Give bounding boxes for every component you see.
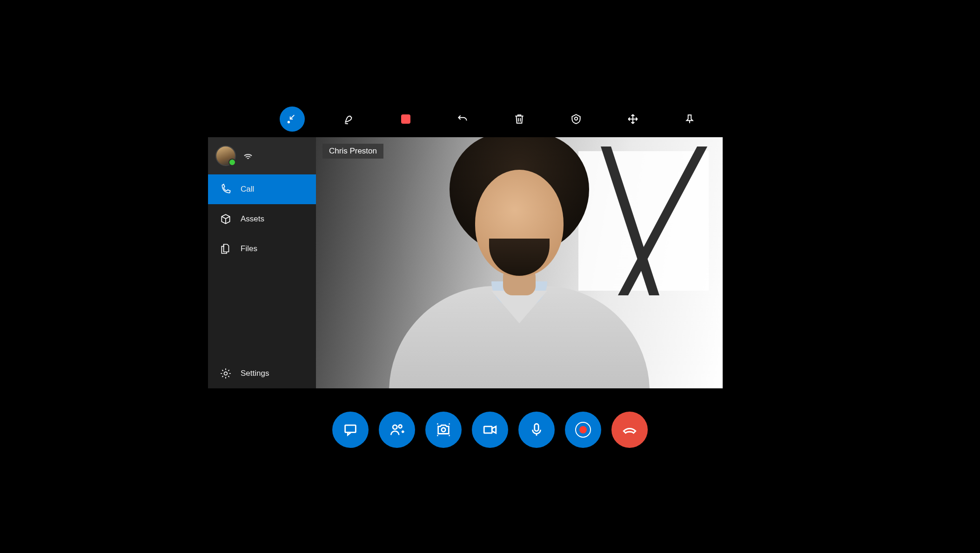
undo-icon xyxy=(456,113,469,125)
sidebar-item-files[interactable]: Files xyxy=(208,234,316,264)
participant-figure xyxy=(398,165,640,388)
ink-icon xyxy=(343,113,355,125)
record-button[interactable] xyxy=(565,412,601,448)
delete-button[interactable] xyxy=(507,107,532,132)
add-people-icon xyxy=(389,422,405,438)
sidebar-item-label: Call xyxy=(241,185,254,194)
record-icon xyxy=(575,422,591,438)
svg-rect-3 xyxy=(345,425,356,433)
gear-icon xyxy=(219,367,232,380)
hangup-icon xyxy=(622,422,638,438)
trash-icon xyxy=(513,113,525,125)
video-icon xyxy=(482,422,498,438)
sidebar-item-call[interactable]: Call xyxy=(208,174,316,204)
location-button[interactable] xyxy=(564,107,589,132)
svg-point-6 xyxy=(442,428,446,432)
files-icon xyxy=(219,242,232,255)
participant-name-tag: Chris Preston xyxy=(322,144,383,159)
chat-button[interactable] xyxy=(332,412,369,448)
svg-point-2 xyxy=(224,372,228,375)
sidebar-item-label: Settings xyxy=(241,369,269,378)
collapse-button[interactable] xyxy=(280,107,305,132)
svg-point-1 xyxy=(575,117,578,120)
stop-icon xyxy=(401,114,410,124)
svg-point-0 xyxy=(288,121,289,123)
sidebar-item-label: Files xyxy=(241,244,257,253)
undo-button[interactable] xyxy=(450,107,475,132)
move-icon xyxy=(627,113,639,125)
hangup-button[interactable] xyxy=(611,412,648,448)
snapshot-button[interactable] xyxy=(425,412,462,448)
pin-icon xyxy=(684,113,696,125)
svg-point-4 xyxy=(393,425,397,429)
sidebar-item-label: Assets xyxy=(241,214,264,224)
app-stage: Call Assets Files Settings xyxy=(163,92,817,461)
package-icon xyxy=(219,213,232,226)
mic-icon xyxy=(529,422,544,438)
stop-button[interactable] xyxy=(393,107,418,132)
mic-button[interactable] xyxy=(518,412,555,448)
ink-button[interactable] xyxy=(336,107,362,132)
svg-rect-8 xyxy=(535,424,539,431)
annotation-toolbar xyxy=(280,107,733,132)
main-panel: Call Assets Files Settings xyxy=(208,137,723,388)
pin-button[interactable] xyxy=(677,107,702,132)
collapse-icon xyxy=(286,113,298,125)
participant-name: Chris Preston xyxy=(329,147,377,155)
video-button[interactable] xyxy=(472,412,508,448)
video-feed[interactable]: Chris Preston xyxy=(316,137,723,388)
phone-icon xyxy=(219,183,232,196)
chat-icon xyxy=(342,422,358,438)
snapshot-icon xyxy=(436,422,451,438)
svg-rect-7 xyxy=(484,426,492,433)
sidebar-header xyxy=(208,137,316,174)
add-people-button[interactable] xyxy=(379,412,415,448)
user-avatar[interactable] xyxy=(215,146,236,166)
sidebar-item-assets[interactable]: Assets xyxy=(208,204,316,234)
move-button[interactable] xyxy=(620,107,645,132)
sidebar-item-settings[interactable]: Settings xyxy=(208,359,316,388)
presence-badge xyxy=(228,159,236,166)
call-controls xyxy=(163,412,817,448)
location-icon xyxy=(570,113,582,125)
sidebar: Call Assets Files Settings xyxy=(208,137,316,388)
svg-point-5 xyxy=(399,425,402,428)
wifi-icon xyxy=(242,150,254,161)
